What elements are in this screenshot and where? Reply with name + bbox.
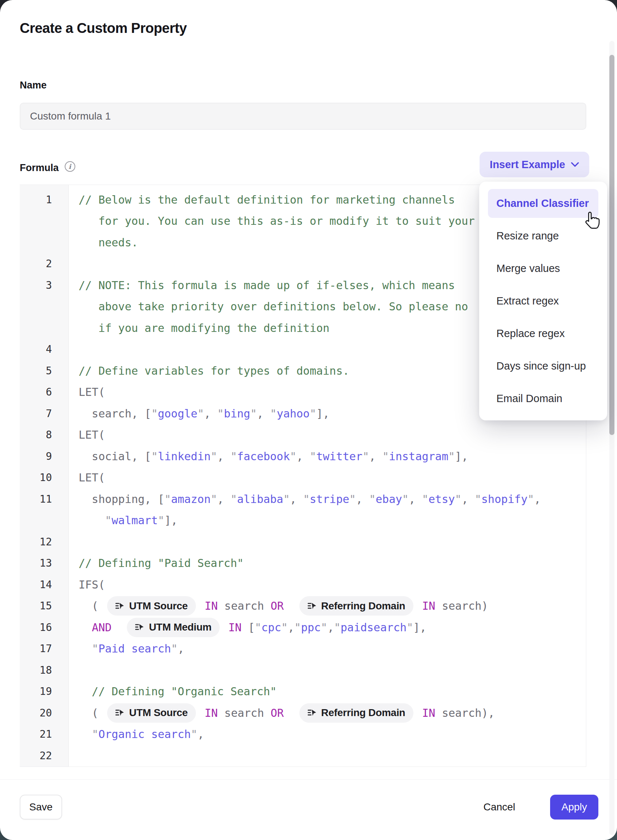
code-row: 19 // Defining "Organic Search"	[20, 681, 586, 703]
line-number: 16	[20, 622, 68, 633]
code-line[interactable]: shopping, ["amazon", "alibaba", "stripe"…	[68, 493, 586, 506]
apply-button[interactable]: Apply	[550, 795, 598, 819]
code-row: 10LET(	[20, 467, 586, 489]
modal-scrollbar-thumb[interactable]	[609, 55, 614, 435]
code-row: 8LET(	[20, 424, 586, 446]
footer-divider	[0, 779, 617, 780]
code-line[interactable]: "walmart"],	[68, 514, 586, 527]
line-number: 3	[20, 279, 68, 291]
dropdown-item-label: Resize range	[488, 230, 559, 242]
code-row: 18	[20, 660, 586, 681]
code-row: "walmart"],	[20, 510, 586, 531]
line-number: 1	[20, 194, 68, 206]
code-row: 20 ( UTM Source IN search OR Referring D…	[20, 702, 586, 724]
field-icon	[307, 602, 317, 610]
field-token-label: UTM Source	[129, 600, 187, 612]
page-title: Create a Custom Property	[20, 21, 187, 36]
field-icon	[115, 709, 125, 717]
code-line[interactable]: social, ["linkedin", "facebook", "twitte…	[68, 450, 586, 463]
code-row: 11 shopping, ["amazon", "alibaba", "stri…	[20, 489, 586, 510]
dropdown-item-replace-regex[interactable]: Replace regex	[479, 317, 607, 350]
line-number: 10	[20, 471, 68, 484]
name-label: Name	[20, 80, 47, 91]
line-number: 13	[20, 557, 68, 569]
code-line[interactable]: AND UTM Medium IN ["cpc","ppc","paidsear…	[68, 618, 586, 637]
field-token-label: Referring Domain	[321, 600, 405, 612]
line-number: 15	[20, 600, 68, 612]
info-icon[interactable]: i	[65, 161, 75, 172]
line-number: 6	[20, 386, 68, 398]
save-button[interactable]: Save	[20, 795, 62, 819]
dropdown-item-label: Replace regex	[488, 328, 565, 340]
code-row: 14IFS(	[20, 574, 586, 595]
line-number: 12	[20, 536, 68, 548]
dropdown-item-label: Extract regex	[488, 295, 559, 307]
line-number: 18	[20, 664, 68, 676]
field-icon	[115, 602, 125, 610]
field-token-chip[interactable]: UTM Medium	[127, 618, 219, 637]
code-row: 21 "Organic search",	[20, 724, 586, 746]
cancel-button[interactable]: Cancel	[474, 795, 525, 819]
code-line[interactable]: LET(	[68, 471, 586, 484]
code-line[interactable]: ( UTM Source IN search OR Referring Doma…	[68, 596, 586, 616]
code-row: 12	[20, 531, 586, 553]
code-line[interactable]: ( UTM Source IN search OR Referring Doma…	[68, 703, 586, 723]
insert-example-button[interactable]: Insert Example	[480, 152, 589, 177]
code-line[interactable]: LET(	[68, 428, 586, 441]
field-token-label: UTM Medium	[149, 622, 211, 633]
code-row: 13// Defining "Paid Search"	[20, 553, 586, 574]
field-token-chip[interactable]: Referring Domain	[300, 596, 413, 616]
line-number: 7	[20, 407, 68, 420]
line-number: 22	[20, 750, 68, 762]
field-icon	[135, 623, 145, 631]
dropdown-item-extract-regex[interactable]: Extract regex	[479, 285, 607, 317]
field-token-label: Referring Domain	[321, 707, 405, 719]
insert-example-dropdown: Channel ClassifierResize rangeMerge valu…	[479, 182, 607, 420]
dropdown-item-label: Days since sign-up	[488, 360, 586, 372]
code-row: 16 AND UTM Medium IN ["cpc","ppc","paids…	[20, 617, 586, 638]
dropdown-item-label: Email Domain	[488, 393, 562, 404]
chevron-down-icon	[571, 162, 579, 167]
line-number: 14	[20, 579, 68, 591]
line-number: 20	[20, 707, 68, 719]
modal-scrollbar-track[interactable]	[609, 41, 614, 835]
name-input[interactable]	[20, 103, 586, 130]
formula-label-row: Formula i	[20, 162, 75, 174]
dropdown-item-resize-range[interactable]: Resize range	[479, 220, 607, 252]
code-line[interactable]: "Paid search",	[68, 642, 586, 655]
code-row: 15 ( UTM Source IN search OR Referring D…	[20, 595, 586, 617]
code-row: 9 social, ["linkedin", "facebook", "twit…	[20, 446, 586, 467]
code-line[interactable]: IFS(	[68, 578, 586, 591]
field-icon	[307, 709, 317, 717]
field-token-chip[interactable]: UTM Source	[107, 703, 196, 723]
field-token-label: UTM Source	[129, 707, 187, 719]
field-token-chip[interactable]: Referring Domain	[300, 703, 413, 723]
line-number: 9	[20, 450, 68, 462]
field-token-chip[interactable]: UTM Source	[107, 596, 196, 616]
line-number: 2	[20, 258, 68, 270]
insert-example-label: Insert Example	[490, 159, 565, 171]
line-number: 8	[20, 429, 68, 441]
code-line[interactable]: // Defining "Paid Search"	[68, 557, 586, 570]
dropdown-item-label: Channel Classifier	[488, 189, 598, 218]
dropdown-item-channel-classifier[interactable]: Channel Classifier	[479, 187, 607, 220]
line-number: 21	[20, 728, 68, 740]
dropdown-item-label: Merge values	[488, 263, 560, 275]
line-number: 17	[20, 643, 68, 655]
line-number: 4	[20, 343, 68, 355]
code-row: 22	[20, 745, 586, 766]
code-line[interactable]: "Organic search",	[68, 728, 586, 741]
code-row: 17 "Paid search",	[20, 638, 586, 660]
dropdown-item-merge-values[interactable]: Merge values	[479, 252, 607, 285]
formula-label: Formula	[20, 162, 59, 174]
dropdown-item-email-domain[interactable]: Email Domain	[479, 382, 607, 415]
line-number: 5	[20, 365, 68, 377]
create-custom-property-modal: Create a Custom Property Name Formula i …	[0, 0, 617, 840]
code-line[interactable]: // Defining "Organic Search"	[68, 685, 586, 698]
line-number: 11	[20, 493, 68, 505]
dropdown-item-days-since-sign-up[interactable]: Days since sign-up	[479, 350, 607, 382]
line-number: 19	[20, 685, 68, 697]
